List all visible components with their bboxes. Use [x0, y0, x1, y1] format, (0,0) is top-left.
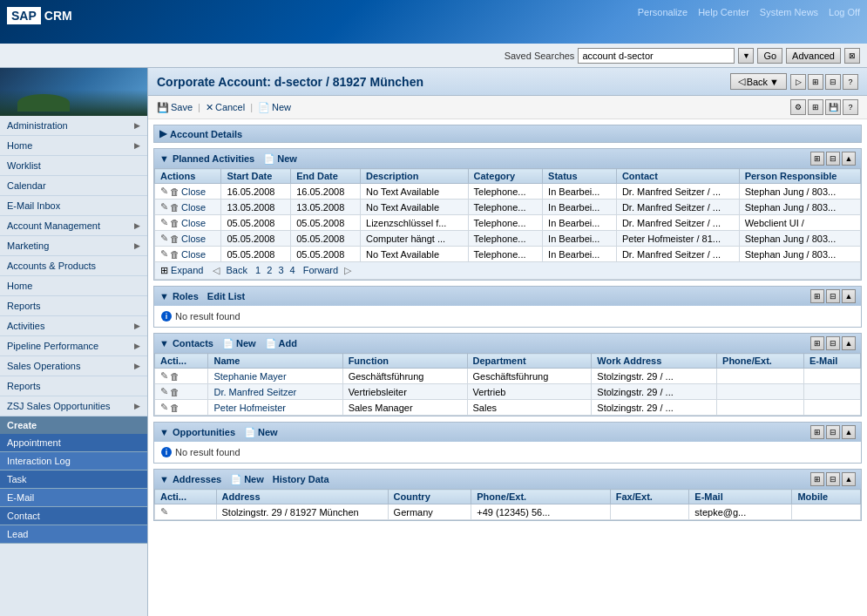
toolbar-help-icon[interactable]: ? [843, 99, 858, 115]
log-off-link[interactable]: Log Off [829, 7, 860, 17]
sidebar-item-marketing[interactable]: Marketing ▶ [0, 236, 147, 256]
edit-icon[interactable]: ✎ [160, 233, 168, 244]
sidebar-item-home2[interactable]: Home [0, 276, 147, 296]
new-button[interactable]: 📄 New [258, 102, 291, 113]
contacts-icon3[interactable]: ▲ [842, 336, 856, 350]
delete-icon[interactable]: 🗑 [170, 202, 179, 213]
create-interaction-log[interactable]: Interaction Log [0, 452, 147, 470]
contacts-icon1[interactable]: ⊞ [810, 336, 824, 350]
delete-icon[interactable]: 🗑 [170, 387, 179, 397]
opportunities-icon3[interactable]: ▲ [842, 425, 856, 439]
header-forward-icon[interactable]: ▷ [790, 74, 806, 90]
delete-icon[interactable]: 🗑 [170, 371, 179, 382]
page-1[interactable]: 1 [255, 265, 261, 275]
close-link[interactable]: Close [181, 218, 206, 228]
roles-icon3[interactable]: ▲ [842, 289, 856, 303]
delete-icon[interactable]: 🗑 [170, 249, 179, 260]
go-button[interactable]: Go [757, 48, 782, 64]
close-link[interactable]: Close [181, 249, 206, 260]
planned-activities-icon3[interactable]: ▲ [842, 152, 856, 166]
contacts-add-btn[interactable]: 📄 Add [265, 338, 297, 349]
delete-icon[interactable]: 🗑 [170, 234, 179, 244]
help-center-link[interactable]: Help Center [698, 7, 749, 17]
pagination-back[interactable]: Back [227, 265, 247, 275]
sidebar-item-account-management[interactable]: Account Management ▶ [0, 216, 147, 236]
sidebar-item-activities[interactable]: Activities ▶ [0, 316, 147, 336]
edit-icon[interactable]: ✎ [160, 402, 168, 413]
close-link[interactable]: Close [181, 186, 206, 197]
edit-icon[interactable]: ✎ [160, 370, 168, 382]
sidebar-item-calendar[interactable]: Calendar [0, 176, 147, 196]
contacts-new-btn[interactable]: 📄 New [222, 338, 256, 349]
edit-icon[interactable]: ✎ [160, 217, 168, 228]
advanced-button[interactable]: Advanced [786, 48, 841, 64]
back-button[interactable]: ◁ Back ▼ [730, 73, 787, 90]
addresses-icon3[interactable]: ▲ [842, 472, 856, 486]
page-4[interactable]: 4 [290, 265, 295, 275]
sidebar-item-worklist[interactable]: Worklist [0, 156, 147, 176]
roles-icon1[interactable]: ⊞ [810, 289, 824, 303]
header-copy-icon[interactable]: ⊞ [808, 74, 823, 90]
sidebar-item-sales-ops[interactable]: Sales Operations ▶ [0, 356, 147, 376]
pagination-forward[interactable]: Forward [303, 265, 338, 275]
saved-searches-dropdown[interactable]: ▼ [738, 48, 754, 64]
create-appointment[interactable]: Appointment [0, 434, 147, 452]
planned-activities-icon2[interactable]: ⊟ [826, 152, 840, 166]
create-task[interactable]: Task [0, 470, 147, 489]
contacts-icon2[interactable]: ⊟ [826, 336, 840, 350]
contacts-toggle[interactable]: ▼ [159, 338, 169, 349]
planned-activities-new-btn[interactable]: 📄 New [263, 153, 297, 165]
sap-logo: SAP CRM [7, 7, 72, 24]
addresses-toggle[interactable]: ▼ [159, 474, 169, 484]
toolbar-settings-icon[interactable]: ⚙ [790, 99, 806, 115]
create-contact[interactable]: Contact [0, 507, 147, 525]
save-button[interactable]: 💾 Save [157, 102, 193, 113]
page-2[interactable]: 2 [267, 265, 272, 275]
sidebar-item-administration[interactable]: Administration ▶ [0, 116, 147, 136]
edit-icon[interactable]: ✎ [160, 186, 168, 197]
roles-icon2[interactable]: ⊟ [826, 289, 840, 303]
addresses-icon1[interactable]: ⊞ [810, 472, 824, 486]
search-expand-button[interactable]: ⊠ [844, 48, 860, 64]
system-news-link[interactable]: System News [760, 7, 818, 17]
saved-searches-input[interactable] [578, 48, 735, 64]
addresses-history-btn[interactable]: History Data [273, 474, 329, 484]
page-3[interactable]: 3 [278, 265, 283, 275]
close-link[interactable]: Close [181, 234, 206, 244]
toolbar-grid-icon[interactable]: ⊞ [808, 99, 823, 115]
sidebar-item-pipeline[interactable]: Pipeline Performance ▶ [0, 336, 147, 356]
cancel-button[interactable]: ✕ Cancel [206, 102, 245, 113]
roles-edit-list-btn[interactable]: Edit List [207, 291, 245, 301]
edit-icon[interactable]: ✎ [160, 386, 168, 397]
sidebar-item-reports1[interactable]: Reports [0, 296, 147, 316]
header-help-icon[interactable]: ? [843, 74, 858, 90]
addresses-icon2[interactable]: ⊟ [826, 472, 840, 486]
expand-btn[interactable]: ⊞ Expand [160, 265, 203, 275]
header-print-icon[interactable]: ⊟ [825, 74, 841, 90]
sidebar-item-home[interactable]: Home ▶ [0, 136, 147, 156]
delete-icon[interactable]: 🗑 [170, 403, 179, 413]
toolbar-save-icon[interactable]: 💾 [825, 99, 841, 115]
edit-icon[interactable]: ✎ [160, 506, 168, 518]
delete-icon[interactable]: 🗑 [170, 218, 179, 228]
sidebar-item-reports2[interactable]: Reports [0, 376, 147, 396]
edit-icon[interactable]: ✎ [160, 201, 168, 213]
opportunities-new-btn[interactable]: 📄 New [244, 427, 278, 438]
delete-icon[interactable]: 🗑 [170, 186, 179, 197]
close-link[interactable]: Close [181, 202, 206, 213]
personalize-link[interactable]: Personalize [638, 7, 688, 17]
sidebar-item-accounts-products[interactable]: Accounts & Products [0, 256, 147, 276]
opportunities-icon1[interactable]: ⊞ [810, 425, 824, 439]
edit-icon[interactable]: ✎ [160, 248, 168, 260]
addresses-new-btn[interactable]: 📄 New [230, 474, 264, 485]
planned-activities-icon1[interactable]: ⊞ [810, 152, 824, 166]
create-email[interactable]: E-Mail [0, 489, 147, 507]
opportunities-toggle[interactable]: ▼ [159, 427, 169, 437]
planned-activities-toggle[interactable]: ▼ [159, 153, 169, 164]
opportunities-icon2[interactable]: ⊟ [826, 425, 840, 439]
create-lead[interactable]: Lead [0, 525, 147, 544]
roles-toggle[interactable]: ▼ [159, 291, 169, 301]
sidebar-item-email-inbox[interactable]: E-Mail Inbox [0, 196, 147, 216]
sidebar-item-zsj[interactable]: ZSJ Sales Opportunities ▶ [0, 396, 147, 416]
account-details-toggle[interactable]: ▶ Account Details [154, 125, 861, 142]
